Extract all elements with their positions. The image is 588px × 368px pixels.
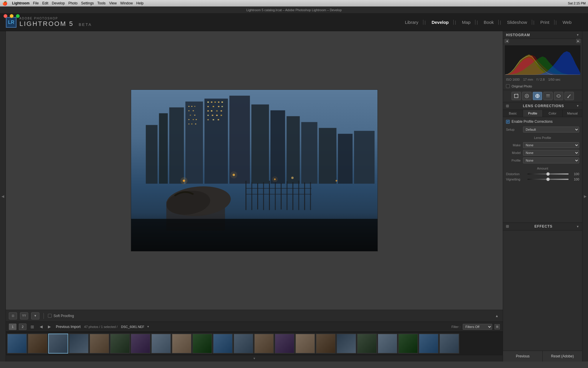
nav-map[interactable]: Map: [457, 20, 475, 25]
left-panel-toggle[interactable]: ◀: [0, 31, 6, 362]
menu-file[interactable]: File: [33, 1, 39, 5]
menu-window[interactable]: Window: [120, 1, 133, 5]
film-thumb-3[interactable]: [48, 334, 68, 354]
effects-header[interactable]: Effects ▼: [503, 223, 582, 231]
nav-web[interactable]: Web: [558, 20, 576, 25]
prev-photo-button[interactable]: ◀: [38, 324, 44, 330]
enable-corrections-checkbox[interactable]: ✓: [506, 120, 510, 124]
film-thumb-20[interactable]: [398, 334, 418, 354]
lens-corrections-header[interactable]: Lens Corrections ▼: [503, 102, 582, 110]
menu-lightroom[interactable]: Lightroom: [12, 1, 29, 5]
film-thumb-15[interactable]: [295, 334, 315, 354]
minimize-button[interactable]: [10, 14, 14, 18]
film-thumb-6[interactable]: [110, 334, 130, 354]
svg-point-48: [181, 177, 188, 184]
maximize-button[interactable]: [16, 14, 20, 18]
toolbar-separator: [44, 313, 44, 319]
vignetting-thumb[interactable]: [546, 178, 550, 181]
bottom-arrow[interactable]: ▼: [253, 357, 256, 360]
distortion-slider[interactable]: [527, 173, 569, 175]
svg-rect-60: [275, 182, 276, 210]
right-panel-arrow: ▶: [584, 194, 587, 198]
apple-logo[interactable]: 🍎: [2, 1, 7, 6]
distortion-thumb[interactable]: [546, 172, 550, 176]
filter-select[interactable]: Filters Off: [463, 324, 492, 330]
shadow-clipping-button[interactable]: ◀: [505, 39, 509, 43]
svg-point-79: [526, 95, 527, 97]
film-thumb-19[interactable]: [377, 334, 397, 354]
nav-develop[interactable]: Develop: [427, 20, 454, 25]
film-thumb-21[interactable]: [419, 334, 439, 354]
adjustment-brush-button[interactable]: [564, 92, 574, 100]
film-thumb-7[interactable]: [131, 334, 151, 354]
menu-develop[interactable]: Develop: [52, 1, 65, 5]
page-1-button[interactable]: 1: [9, 324, 16, 330]
menu-help[interactable]: Help: [136, 1, 144, 5]
reset-button[interactable]: Reset (Adobe): [543, 351, 582, 362]
filter-options-button[interactable]: ⊞: [495, 324, 500, 329]
view-mode-button[interactable]: ⊡: [9, 312, 17, 319]
film-thumb-10[interactable]: [192, 334, 212, 354]
menu-photo[interactable]: Photo: [68, 1, 77, 5]
page-2-button[interactable]: 2: [19, 324, 26, 330]
film-thumb-22[interactable]: [439, 334, 459, 354]
lens-tab-manual[interactable]: Manual: [563, 110, 582, 117]
nav-print[interactable]: Print: [536, 20, 554, 25]
graduated-filter-button[interactable]: [543, 92, 553, 100]
film-thumb-18[interactable]: [357, 334, 377, 354]
window-title: Lightroom 5 catalog.lrcat – Adobe Photos…: [0, 6, 588, 14]
menu-view[interactable]: View: [109, 1, 117, 5]
highlight-clipping-button[interactable]: ▶: [576, 39, 580, 43]
film-thumb-17[interactable]: [336, 334, 356, 354]
radial-filter-button[interactable]: [554, 92, 563, 100]
film-thumb-16[interactable]: [316, 334, 336, 354]
menu-settings[interactable]: Settings: [81, 1, 94, 5]
crop-tool-button[interactable]: [512, 92, 521, 100]
lens-tab-color[interactable]: Color: [543, 110, 563, 117]
original-photo-checkbox[interactable]: [506, 84, 510, 88]
enable-corrections-row: ✓ Enable Profile Corrections: [503, 117, 582, 126]
spacer: [503, 182, 582, 188]
svg-point-86: [557, 95, 560, 97]
next-photo-button[interactable]: ▶: [46, 324, 52, 330]
lens-tab-basic[interactable]: Basic: [503, 110, 523, 117]
film-thumb-1[interactable]: [7, 334, 27, 354]
close-button[interactable]: [4, 14, 7, 18]
film-thumb-13[interactable]: [254, 334, 274, 354]
vignetting-label: Vignetting: [506, 178, 525, 181]
svg-rect-16: [194, 106, 195, 107]
nav-library[interactable]: Library: [400, 20, 423, 25]
right-panel-toggle[interactable]: ▶: [582, 31, 588, 362]
main-photo[interactable]: [131, 89, 378, 251]
vignetting-slider[interactable]: [527, 179, 569, 180]
setup-select[interactable]: Default Custom: [523, 127, 579, 132]
nav-slideshow[interactable]: Slideshow: [502, 20, 532, 25]
film-thumb-4[interactable]: [69, 334, 89, 354]
svg-rect-18: [193, 110, 194, 111]
compare-button[interactable]: ▼: [31, 312, 39, 319]
filename-label[interactable]: DSC_6081.NEF: [121, 325, 144, 329]
red-eye-tool-button[interactable]: [533, 92, 542, 100]
film-thumb-8[interactable]: [151, 334, 171, 354]
profile-select[interactable]: None: [523, 158, 579, 163]
lens-tab-profile[interactable]: Profile: [523, 110, 543, 117]
film-thumb-9[interactable]: [172, 334, 192, 354]
nav-book[interactable]: Book: [479, 20, 499, 25]
grid-view-button[interactable]: ⊞: [29, 324, 36, 330]
soft-proofing-checkbox[interactable]: [48, 314, 52, 318]
previous-button[interactable]: Previous: [503, 351, 542, 362]
menu-tools[interactable]: Tools: [97, 1, 106, 5]
svg-rect-12: [338, 134, 353, 183]
film-thumb-11[interactable]: [213, 334, 233, 354]
make-select[interactable]: None: [523, 142, 579, 148]
histogram-header[interactable]: Histogram ▼: [503, 31, 582, 39]
film-thumb-12[interactable]: [233, 334, 253, 354]
spot-removal-tool-button[interactable]: [522, 92, 532, 100]
film-thumb-5[interactable]: [89, 334, 109, 354]
expand-filmstrip-button[interactable]: ▲: [494, 313, 500, 319]
model-select[interactable]: None: [523, 150, 579, 156]
film-thumb-2[interactable]: [28, 334, 48, 354]
film-thumb-14[interactable]: [275, 334, 295, 354]
menu-edit[interactable]: Edit: [42, 1, 49, 5]
grid-mode-button[interactable]: YY: [20, 312, 28, 319]
